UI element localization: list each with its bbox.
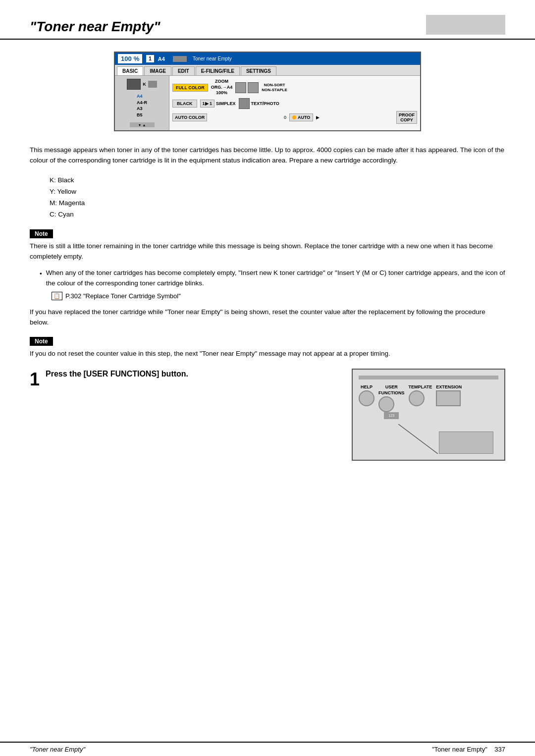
machine-row-1: FULL COLOR ZOOM ORG.→A4 100% NON-SORT NO…	[172, 79, 417, 96]
color-c: C: Cyan	[50, 209, 505, 220]
extension-button	[436, 390, 461, 406]
step-left: 1 Press the [USER FUNCTIONS] button.	[30, 369, 337, 388]
note-text-2: If you do not reset the counter value in…	[30, 349, 505, 359]
auto-dot	[292, 115, 296, 119]
page-title: "Toner near Empty"	[30, 19, 160, 35]
filing-icon	[239, 98, 250, 109]
btn-black: BLACK	[172, 100, 197, 108]
paragraph-2: If you have replaced the toner cartridge…	[30, 307, 505, 328]
content: 100 % 1 A4 Toner near Empty BASIC IMAGE …	[0, 52, 535, 461]
paper-a4r: A4-R	[137, 100, 147, 106]
user-functions-button	[378, 396, 394, 412]
toner-message: Toner near Empty	[193, 56, 232, 61]
auto-label: AUTO	[298, 115, 310, 120]
control-buttons-row: HELP USERFUNCTIONS 123 TEMPLATE EXTENSIO…	[359, 384, 498, 419]
help-btn-area: HELP	[359, 384, 374, 406]
zoom-label: ZOOM	[211, 79, 233, 85]
paper-a4: A4	[137, 93, 147, 100]
footer-page-number: 337	[494, 746, 505, 753]
tab-basic: BASIC	[117, 66, 143, 75]
text-photo-label: TEXT/PHOTO	[251, 101, 279, 106]
zoom-percent: 100	[121, 55, 132, 62]
help-button	[359, 390, 374, 406]
template-btn-area: TEMPLATE	[409, 384, 432, 406]
panel-bottom-box	[439, 432, 493, 454]
duplex-icon: 1▶ 1	[200, 100, 215, 108]
user-functions-btn-area: USERFUNCTIONS 123	[378, 384, 405, 419]
header-gray-box	[426, 15, 505, 35]
note-text-1: There is still a little toner remaining …	[30, 241, 505, 262]
panel-top-bar	[359, 376, 498, 379]
percent-box: 100 %	[118, 54, 142, 63]
tray-k-label: K	[143, 82, 146, 87]
machine-right-panel: FULL COLOR ZOOM ORG.→A4 100% NON-SORT NO…	[169, 76, 420, 130]
proof-copy-box: PROOF COPY	[396, 111, 417, 124]
paper-size: A4	[158, 56, 165, 62]
machine-body: K A4 A4-R A3 B5 ▼ ▲ FULL COLOR	[115, 76, 420, 130]
zoom-info: ZOOM ORG.→A4 100%	[211, 79, 233, 96]
simplex-label: SIMPLEX	[216, 101, 236, 107]
note-label-2: Note	[30, 337, 53, 346]
machine-left-panel: K A4 A4-R A3 B5 ▼ ▲	[115, 76, 169, 130]
paper-a3: A3	[137, 106, 147, 112]
machine-row-2: BLACK 1▶ 1 SIMPLEX TEXT/PHOTO	[172, 98, 417, 109]
help-label: HELP	[359, 384, 374, 390]
color-list: K: Black Y: Yellow M: Magenta C: Cyan	[50, 175, 505, 220]
bullet-list: • When any of the toner cartridges has b…	[40, 268, 505, 300]
paper-b5: B5	[137, 112, 147, 118]
counter-zero: 0	[284, 115, 286, 120]
tab-edit: EDIT	[172, 66, 195, 75]
copy-count: 1	[146, 55, 154, 62]
step-number: 1	[30, 371, 40, 388]
color-k: K: Black	[50, 175, 505, 186]
copy-icon2	[248, 82, 259, 93]
bullet-text: When any of the toner cartridges has bec…	[46, 268, 505, 289]
page-header: "Toner near Empty"	[0, 0, 535, 40]
color-m: M: Magenta	[50, 198, 505, 209]
machine-top-bar: 100 % 1 A4 Toner near Empty	[115, 53, 420, 65]
bullet-item-1: • When any of the toner cartridges has b…	[40, 268, 505, 289]
ref-text: P.302 "Replace Toner Cartridge Symbol"	[65, 292, 181, 300]
note-label-1: Note	[30, 229, 53, 238]
non-staple-label: NON-STAPLE	[262, 88, 287, 93]
page-footer: "Toner near Empty" "Toner near Empty" 33…	[0, 742, 535, 756]
step-section: 1 Press the [USER FUNCTIONS] button. HEL…	[30, 369, 505, 460]
note-box-1: Note There is still a little toner remai…	[30, 229, 505, 262]
btn-fullcolor: FULL COLOR	[172, 84, 208, 92]
paragraph-1: This message appears when toner in any o…	[30, 145, 505, 166]
arrow-right: ▶	[316, 115, 320, 120]
zoom-org: ORG.→A4	[211, 85, 233, 91]
panel-line-area	[359, 424, 498, 454]
btn-autocolor: AUTO COLOR	[172, 113, 207, 121]
zoom-pct: 100%	[211, 90, 233, 96]
printer-icon	[127, 79, 141, 90]
proof-label: PROOF	[399, 112, 415, 117]
copy-icon-area	[235, 82, 259, 93]
usb-icon	[173, 56, 187, 62]
tab-settings: SETTINGS	[241, 66, 276, 75]
percent-sign: %	[134, 55, 140, 62]
num-pad: 123	[384, 412, 399, 419]
machine-ui-diagram: 100 % 1 A4 Toner near Empty BASIC IMAGE …	[114, 52, 421, 131]
footer-title: "Toner near Empty"	[30, 746, 85, 753]
non-sort-box: NON-SORT NON-STAPLE	[262, 83, 287, 92]
template-label: TEMPLATE	[409, 384, 432, 390]
tab-image: IMAGE	[144, 66, 171, 75]
control-panel-diagram: HELP USERFUNCTIONS 123 TEMPLATE EXTENSIO…	[352, 369, 505, 460]
copy-icon	[235, 82, 246, 93]
non-sort-label: NON-SORT	[262, 83, 287, 88]
footer-page-prefix: "Toner near Empty"	[432, 746, 487, 753]
user-functions-label: USERFUNCTIONS	[378, 384, 405, 396]
svg-line-0	[398, 424, 438, 454]
template-button	[409, 390, 425, 406]
extension-btn-area: EXTENSION	[436, 384, 462, 406]
note-box-2: Note If you do not reset the counter val…	[30, 337, 505, 359]
filing-icon-area: TEXT/PHOTO	[239, 98, 279, 109]
paper-list: A4 A4-R A3 B5	[137, 93, 147, 118]
copy-label: COPY	[399, 117, 415, 122]
color-y: Y: Yellow	[50, 186, 505, 198]
tab-efiling: E-FILING/FILE	[196, 66, 240, 75]
extension-label: EXTENSION	[436, 384, 462, 390]
ref-icon: 📋	[52, 292, 62, 300]
tray-bar: ▼ ▲	[130, 122, 155, 127]
